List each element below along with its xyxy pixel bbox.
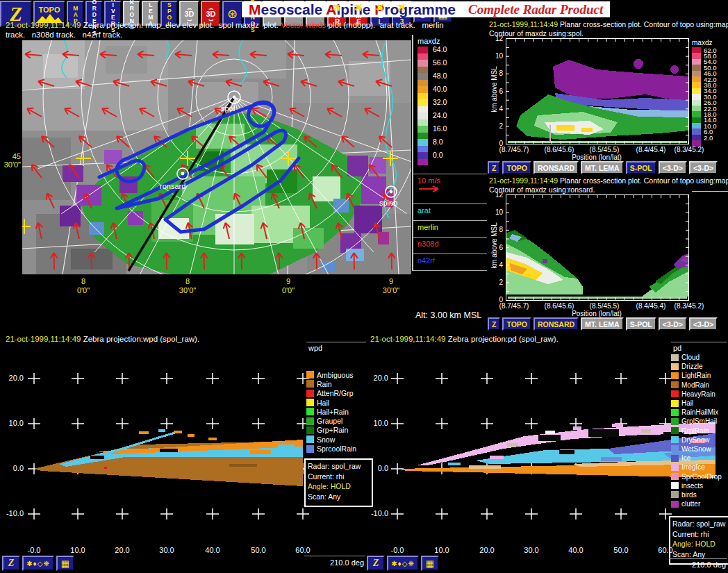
- hydrometeor-icons-button[interactable]: ✱♦◇❋: [387, 556, 419, 571]
- y-tick-label: 0.0: [365, 464, 388, 472]
- x-tick-label: (8.6/45.6): [537, 146, 581, 153]
- legend-swatch: [671, 354, 679, 361]
- main-map-panel[interactable]: spol ronsard spino: [22, 40, 411, 274]
- legend-swatch: [671, 482, 679, 489]
- xsect-button-s-pol[interactable]: S-POL: [626, 161, 656, 174]
- xsect-button--3-d-[interactable]: <3-D>: [689, 317, 718, 331]
- x-tick-label: 60.0: [288, 546, 318, 554]
- track-legend-item: n42rf: [413, 254, 487, 271]
- legend-label: insects: [679, 482, 703, 490]
- colorbar-swatch: [417, 99, 428, 106]
- xsect-button-mt-lema[interactable]: MT. LEMA: [581, 161, 624, 174]
- x-tick-label: (8.5/45.5): [582, 146, 627, 153]
- legend-item: WetSnow: [671, 445, 727, 454]
- colorbar-swatch: [417, 73, 428, 80]
- colorbar-row: 48.0: [417, 73, 487, 80]
- colorbar-row: 0.0: [417, 152, 487, 159]
- legend-swatch: [671, 363, 679, 370]
- xsect-button-s-pol[interactable]: S-POL: [626, 317, 656, 331]
- xsect-button-mt-lema[interactable]: MT. LEMA: [581, 317, 624, 331]
- colorbar-row: [417, 106, 487, 113]
- station-label-spino: spino: [379, 199, 397, 207]
- colorbar-swatch: [692, 94, 701, 99]
- xsect-button--3-d-[interactable]: <3-D>: [689, 161, 718, 174]
- y-tick-label: 2: [488, 122, 503, 130]
- colorbar-edge-line: [692, 191, 728, 192]
- xsect-plot[interactable]: [506, 38, 689, 144]
- legend-label: clutter: [679, 500, 700, 508]
- xsect-button-topo[interactable]: TOPO: [502, 317, 531, 331]
- colorbar-swatch: [692, 88, 701, 94]
- xsect-button--3-d-[interactable]: <3-D>: [659, 317, 687, 331]
- colorbar-row: [417, 133, 487, 140]
- y-tick-label: 6: [488, 244, 503, 251]
- wind-speed-legend: 10 m/s: [413, 174, 487, 204]
- legend-label: Cloud: [679, 354, 700, 361]
- x-tick-label: (8.5/45.5): [582, 302, 627, 310]
- legend-swatch: [671, 390, 679, 397]
- legend-swatch: [306, 445, 314, 453]
- x-tick-label: 40.0: [197, 546, 228, 554]
- x-axis-title: Position (lon/lat): [506, 310, 688, 317]
- legend-item: Ice: [671, 454, 727, 463]
- xsect-button-z[interactable]: Z: [488, 317, 500, 331]
- colorbar-tick-label: 2.0: [701, 135, 713, 141]
- legend-label: Ambiguous: [314, 371, 354, 379]
- page-title: Mesoscale Alpine Programme: [249, 1, 456, 18]
- legend-label: WetSnow: [679, 445, 711, 453]
- radar-info-line: Current: rhi: [672, 529, 728, 540]
- legend-item: RainHailMix: [671, 408, 727, 417]
- xsect-button-ronsard[interactable]: RONSARD: [533, 317, 579, 331]
- legend-item: Hail: [671, 399, 727, 408]
- colorbar-row: [417, 53, 487, 60]
- colorbar-swatch: [417, 159, 428, 166]
- xsect-colorbar: maxdz 62.058.054.050.046.042.038.034.030…: [692, 39, 728, 147]
- xsect-button-ronsard[interactable]: RONSARD: [533, 161, 579, 174]
- track-name: arat: [417, 206, 487, 215]
- radar-info-line: Current: rhi: [308, 472, 370, 482]
- lon-axis-label: 930'0": [370, 277, 412, 295]
- legend-label: GrplRain: [679, 427, 709, 435]
- xsect-button-z[interactable]: Z: [488, 161, 500, 174]
- grid-icon[interactable]: ▦: [56, 556, 74, 571]
- legend-swatch: [306, 380, 314, 388]
- legend-swatch: [671, 455, 679, 462]
- x-tick-label: (8.3/45.2): [667, 146, 711, 153]
- bearing-readout: 210.0 deg: [301, 558, 364, 567]
- legend-item: insects: [671, 481, 727, 490]
- x-tick-label: 40.0: [561, 546, 591, 554]
- grid-icon[interactable]: ▦: [421, 556, 439, 571]
- y-tick-label: 4: [488, 261, 503, 269]
- xsect-button--3-d-[interactable]: <3-D>: [659, 161, 687, 174]
- rhi-panel-wpd: 21-oct-1999,11:14:49 Zebra projection:wp…: [0, 332, 367, 573]
- lon-axis-label: 80'0": [63, 277, 104, 295]
- legend-label: Snow: [314, 435, 335, 444]
- x-tick-label: -0.0: [382, 546, 413, 554]
- hydrometeor-icons-button[interactable]: ✱♦◇❋: [22, 556, 54, 571]
- colorbar-swatch: [417, 80, 428, 87]
- rhi-mini-toolbar: Z✱♦◇❋▦: [367, 556, 439, 571]
- colorbar-title: maxdz: [417, 37, 487, 45]
- legend-item: birds: [671, 490, 727, 499]
- colorbar-swatch: [692, 111, 701, 117]
- colorbar-swatch: [417, 93, 428, 100]
- legend-label: Rain: [314, 380, 332, 388]
- xsect-plot[interactable]: [506, 194, 689, 301]
- legend-label: GrplSmHail: [679, 417, 717, 425]
- legend-item: Drizzle: [671, 362, 727, 371]
- xsect-button-topo[interactable]: TOPO: [502, 161, 531, 174]
- zebra-logo-button[interactable]: Z: [367, 556, 385, 571]
- x-tick-label: 30.0: [151, 546, 182, 554]
- legend-label: RainHailMix: [679, 408, 718, 416]
- map-canvas[interactable]: [22, 40, 411, 274]
- colorbar-tick-label: 24.0: [428, 113, 447, 119]
- y-tick-label: 8: [488, 226, 503, 233]
- colorbar-tick-label: 32.0: [428, 99, 447, 106]
- colorbar-swatch: [417, 113, 428, 119]
- zebra-radar-app: { "banner": { "title_parts": [ {"t":"M",…: [0, 0, 728, 573]
- y-tick-label: 10: [488, 208, 503, 216]
- colorbar-tick-label: 0.0: [428, 152, 443, 158]
- zebra-logo-button[interactable]: Z: [2, 556, 20, 571]
- colorbar-swatch: [417, 60, 428, 67]
- lon-axis-label: 90'0": [267, 277, 309, 295]
